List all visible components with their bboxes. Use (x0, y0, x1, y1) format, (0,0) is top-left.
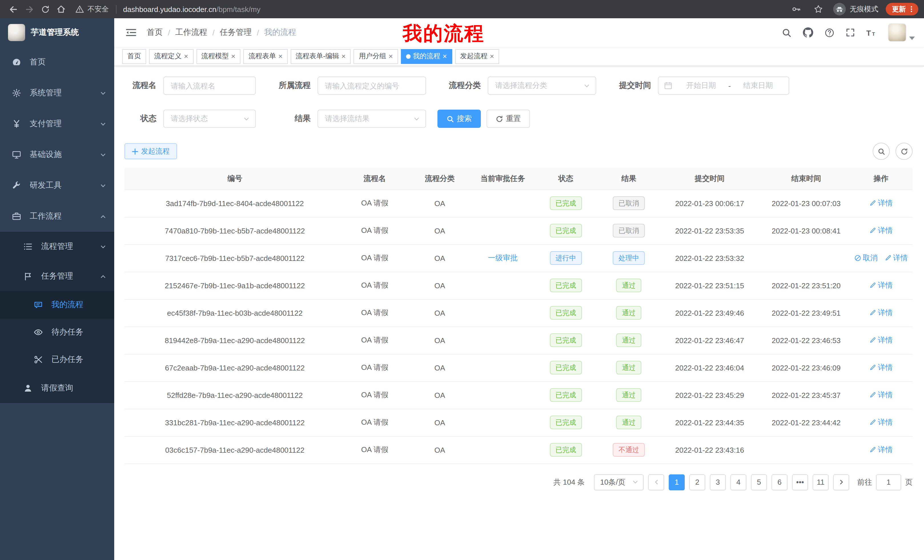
security-chip[interactable]: 不安全 (75, 4, 109, 14)
tab-my-process[interactable]: 我的流程× (401, 49, 452, 64)
detail-button[interactable]: 详情 (870, 362, 893, 373)
reset-button[interactable]: 重置 (486, 109, 530, 128)
sidebar-item-infra[interactable]: 基础设施 (0, 139, 114, 170)
sidebar-item-home[interactable]: 首页 (0, 47, 114, 78)
page-button-2[interactable]: 2 (689, 474, 705, 490)
goto-page-input[interactable] (876, 474, 901, 490)
tab-user-group[interactable]: 用户分组× (354, 49, 398, 64)
breadcrumb-item[interactable]: 任务管理 (220, 27, 252, 38)
close-tab-icon[interactable]: × (388, 52, 393, 60)
toggle-search-button[interactable] (873, 143, 890, 160)
tab-process-form[interactable]: 流程表单× (243, 49, 288, 64)
close-tab-icon[interactable]: × (342, 52, 346, 60)
breadcrumb-separator: / (257, 28, 259, 37)
page-button-4[interactable]: 4 (730, 474, 746, 490)
detail-button[interactable]: 详情 (870, 335, 893, 345)
tab-start-process[interactable]: 发起流程× (455, 49, 499, 64)
page-button-3[interactable]: 3 (710, 474, 726, 490)
refresh-table-button[interactable] (896, 143, 913, 160)
address-bar[interactable]: dashboard.yudao.iocoder.cn/bpm/task/my (123, 5, 260, 13)
start-process-button[interactable]: 发起流程 (124, 143, 177, 159)
page-button-11[interactable]: 11 (813, 474, 829, 490)
browser-reload-button[interactable] (38, 2, 52, 16)
sidebar-item-done-tasks[interactable]: 已办任务 (0, 346, 114, 373)
process-name-input[interactable] (164, 76, 256, 95)
docs-help-button[interactable] (825, 28, 834, 37)
cancel-button[interactable]: 取消 (854, 253, 878, 263)
result-cell: 通过 (602, 272, 657, 299)
result-badge: 通过 (616, 306, 641, 320)
browser-update-button[interactable]: 更新 (886, 3, 918, 15)
edit-icon (870, 446, 876, 453)
result-select[interactable]: 请选择流结果 (318, 109, 426, 128)
result-cell: 处理中 (602, 244, 657, 272)
close-tab-icon[interactable]: × (231, 52, 235, 60)
status-select[interactable]: 请选择状态 (164, 109, 256, 128)
font-size-button[interactable]: TT (866, 28, 877, 37)
process-id-cell: 331bc281-7b9a-11ec-a290-acde48001122 (124, 409, 345, 436)
submit-time-range-picker[interactable]: 开始日期 - 结束日期 (658, 76, 789, 95)
page-content: 流程名 所属流程 流程分类 请选择流程分类 (114, 66, 924, 560)
header-search-button[interactable] (782, 28, 792, 37)
tags-view: 首页流程定义×流程模型×流程表单×流程表单-编辑×用户分组×我的流程×发起流程× (114, 47, 924, 66)
app-logo[interactable]: 芋道管理系统 (0, 18, 114, 47)
actions-cell: 详情 (849, 354, 913, 381)
bookmark-star-button[interactable] (811, 2, 826, 16)
fullscreen-button[interactable] (846, 28, 855, 37)
status-cell: 已完成 (530, 190, 601, 217)
user-menu[interactable] (888, 23, 915, 42)
sidebar-toggle-button[interactable] (123, 26, 139, 39)
detail-button[interactable]: 详情 (870, 226, 893, 236)
table-row: 3ad174fb-7b9d-11ec-8404-acde48001122OA 请… (124, 190, 913, 217)
breadcrumb-item[interactable]: 首页 (147, 27, 163, 38)
process-name-cell: OA 请假 (345, 381, 404, 409)
close-tab-icon[interactable]: × (442, 52, 447, 60)
eye-icon (33, 328, 44, 337)
sidebar-item-my-process[interactable]: 我的流程 (0, 291, 114, 319)
detail-button[interactable]: 详情 (870, 445, 893, 455)
browser-back-button[interactable] (6, 2, 21, 16)
close-tab-icon[interactable]: × (278, 52, 282, 60)
password-key-button[interactable] (789, 2, 804, 16)
page-more-button[interactable]: ••• (792, 474, 808, 490)
sidebar-item-system[interactable]: 系统管理 (0, 78, 114, 108)
status-badge: 已完成 (550, 333, 582, 347)
tab-process-form-edit[interactable]: 流程表单-编辑× (291, 49, 351, 64)
close-tab-icon[interactable]: × (490, 52, 494, 60)
browser-home-button[interactable] (54, 2, 69, 16)
next-page-button[interactable] (833, 474, 849, 490)
sidebar-item-label: 请假查询 (41, 383, 73, 393)
tab-process-model[interactable]: 流程模型× (196, 49, 240, 64)
process-category-cell: OA (404, 436, 475, 464)
detail-button[interactable]: 详情 (870, 198, 893, 208)
sidebar-item-task-mgmt[interactable]: 任务管理 (0, 262, 114, 291)
sidebar-item-workflow[interactable]: 工作流程 (0, 201, 114, 232)
detail-button[interactable]: 详情 (870, 390, 893, 400)
search-button[interactable]: 搜索 (438, 109, 481, 128)
sidebar-item-process-mgmt[interactable]: 流程管理 (0, 232, 114, 262)
category-select[interactable]: 请选择流程分类 (488, 76, 596, 95)
edit-icon (870, 227, 876, 234)
result-cell: 通过 (602, 299, 657, 326)
github-link[interactable] (803, 27, 813, 38)
detail-button[interactable]: 详情 (870, 280, 893, 290)
sidebar-item-payment[interactable]: 支付管理 (0, 108, 114, 139)
current-task-link[interactable]: 一级审批 (488, 253, 518, 263)
status-badge: 已完成 (550, 224, 582, 238)
page-button-1[interactable]: 1 (669, 474, 685, 490)
pagination-goto: 前往页 (857, 474, 913, 490)
process-def-input[interactable] (318, 76, 426, 95)
detail-button[interactable]: 详情 (885, 253, 908, 263)
breadcrumb-item[interactable]: 工作流程 (176, 27, 207, 38)
page-button-6[interactable]: 6 (771, 474, 788, 490)
detail-button[interactable]: 详情 (870, 308, 893, 318)
close-tab-icon[interactable]: × (184, 52, 188, 60)
sidebar-item-leave-query[interactable]: 请假查询 (0, 373, 114, 403)
sidebar-item-todo-tasks[interactable]: 待办任务 (0, 319, 114, 346)
tab-home[interactable]: 首页 (122, 49, 146, 64)
page-button-5[interactable]: 5 (751, 474, 767, 490)
tab-process-definition[interactable]: 流程定义× (149, 49, 193, 64)
page-size-select[interactable]: 10条/页 (594, 474, 644, 490)
detail-button[interactable]: 详情 (870, 417, 893, 428)
sidebar-item-devtools[interactable]: 研发工具 (0, 170, 114, 201)
